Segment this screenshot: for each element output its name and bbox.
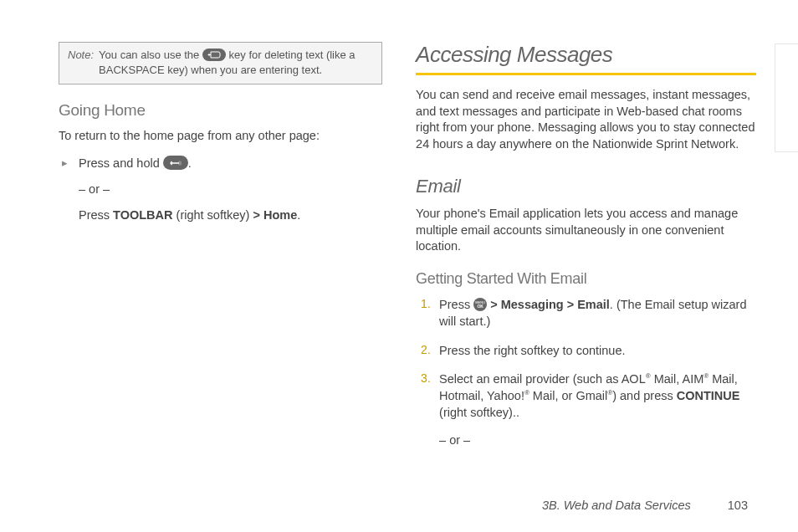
- menu-ok-key-icon: MENUOK: [473, 298, 487, 311]
- continue-bold: CONTINUE: [677, 389, 740, 402]
- note-text-prefix: You can also use the: [99, 49, 202, 61]
- email-heading: Email: [416, 176, 756, 197]
- side-tab: [775, 43, 798, 152]
- step3-or: – or –: [439, 432, 756, 448]
- going-home-heading: Going Home: [59, 101, 382, 120]
- getting-started-heading: Getting Started With Email: [416, 270, 756, 288]
- back-key-icon: [163, 156, 188, 170]
- home-bold: Home: [260, 208, 297, 222]
- footer-section: 3B. Web and Data Services: [542, 499, 691, 512]
- section-underline: [416, 73, 756, 75]
- note-box: Note: You can also use the key for delet…: [59, 42, 382, 84]
- messaging-bold: Messaging: [501, 298, 564, 311]
- messages-intro: You can send and receive email messages,…: [416, 87, 756, 152]
- note-body: You can also use the key for deleting te…: [99, 48, 373, 77]
- step3-d: Mail, or Gmail: [529, 389, 607, 402]
- press-hold-suffix: .: [188, 156, 192, 170]
- step3-a: Select an email provider (such as AOL: [439, 372, 646, 386]
- delete-arrow-key-icon: [202, 49, 226, 61]
- gt-2: >: [564, 298, 578, 311]
- note-label: Note:: [68, 48, 94, 77]
- toolbar-bold: TOOLBAR: [113, 208, 172, 222]
- step1-press: Press: [439, 298, 473, 311]
- going-home-intro: To return to the home page from any othe…: [59, 128, 382, 145]
- list-item: Press the right softkey to continue.: [439, 342, 756, 359]
- press-toolbar-line: Press TOOLBAR (right softkey) > Home.: [59, 207, 382, 225]
- svg-rect-0: [178, 161, 182, 165]
- page-number: 103: [728, 499, 748, 512]
- period: .: [297, 208, 300, 222]
- gt-symbol: >: [253, 208, 259, 222]
- email-bold: Email: [577, 298, 610, 311]
- step3-b: Mail, AIM: [651, 372, 704, 386]
- press-word: Press: [79, 208, 113, 222]
- email-intro: Your phone's Email application lets you …: [416, 206, 756, 255]
- step3-e: ) and press: [612, 389, 677, 402]
- accessing-messages-heading: Accessing Messages: [416, 42, 756, 68]
- list-item: Press MENUOK > Messaging > Email. (The E…: [439, 296, 756, 330]
- page-footer: 3B. Web and Data Services 103: [542, 499, 748, 512]
- list-item: Press and hold .: [79, 155, 382, 172]
- or-text: – or –: [59, 181, 382, 199]
- list-item: Select an email provider (such as AOL® M…: [439, 371, 756, 448]
- press-hold-prefix: Press and hold: [79, 156, 163, 170]
- step3-f: (right softkey)..: [439, 406, 519, 419]
- gt-1: >: [490, 298, 501, 311]
- softkey-text: (right softkey): [173, 208, 253, 222]
